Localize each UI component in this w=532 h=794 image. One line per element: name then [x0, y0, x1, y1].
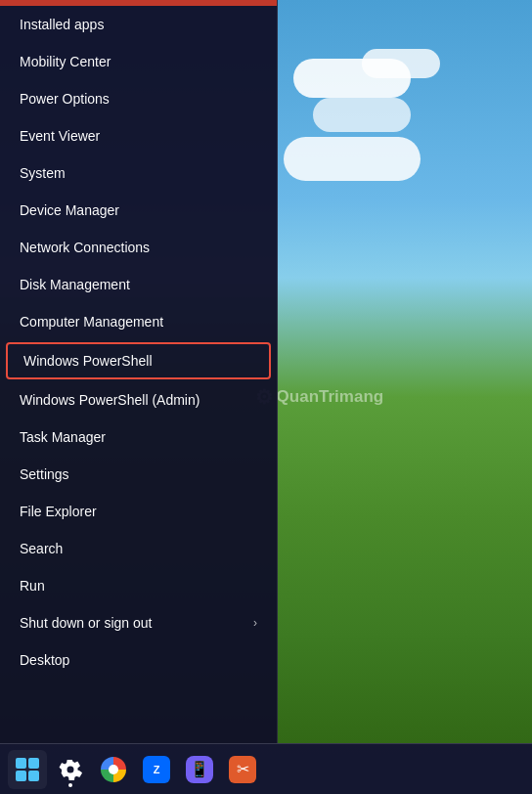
gear-icon — [59, 758, 82, 781]
menu-item-shut-down[interactable]: Shut down or sign out › — [0, 604, 277, 641]
start-button[interactable] — [8, 750, 47, 789]
settings-taskbar-icon[interactable] — [51, 750, 90, 789]
menu-item-windows-powershell-admin[interactable]: Windows PowerShell (Admin) — [0, 381, 277, 419]
taskbar: Z 📱 ✂ — [0, 743, 532, 794]
menu-item-settings[interactable]: Settings — [0, 456, 277, 493]
menu-item-desktop[interactable]: Desktop — [0, 641, 277, 679]
menu-item-system[interactable]: System — [0, 154, 277, 192]
windows-logo-icon — [16, 758, 39, 781]
scissors-icon: ✂ — [229, 756, 256, 783]
menu-item-disk-management[interactable]: Disk Management — [0, 266, 277, 303]
chrome-icon — [101, 757, 126, 782]
menu-item-event-viewer[interactable]: Event Viewer — [0, 117, 277, 154]
chevron-right-icon: › — [253, 616, 257, 630]
menu-item-windows-powershell[interactable]: Windows PowerShell — [6, 342, 271, 379]
menu-item-task-manager[interactable]: Task Manager — [0, 419, 277, 456]
taskbar-dot — [68, 783, 72, 787]
snipping-tool-taskbar-icon[interactable]: ✂ — [223, 750, 262, 789]
menu-item-network-connections[interactable]: Network Connections — [0, 229, 277, 266]
menu-item-power-options[interactable]: Power Options — [0, 80, 277, 117]
menu-item-computer-management[interactable]: Computer Management — [0, 303, 277, 340]
viber-taskbar-icon[interactable]: 📱 — [180, 750, 219, 789]
zalo-icon: Z — [143, 756, 170, 783]
menu-item-installed-apps[interactable]: Installed apps — [0, 6, 277, 43]
menu-item-mobility-center[interactable]: Mobility Center — [0, 43, 277, 80]
viber-icon: 📱 — [186, 756, 213, 783]
menu-item-file-explorer[interactable]: File Explorer — [0, 493, 277, 530]
context-menu: Installed apps Mobility Center Power Opt… — [0, 0, 278, 743]
zalo-taskbar-icon[interactable]: Z — [137, 750, 176, 789]
menu-item-run[interactable]: Run — [0, 567, 277, 604]
chrome-taskbar-icon[interactable] — [94, 750, 133, 789]
menu-item-device-manager[interactable]: Device Manager — [0, 192, 277, 229]
menu-item-search[interactable]: Search — [0, 530, 277, 567]
